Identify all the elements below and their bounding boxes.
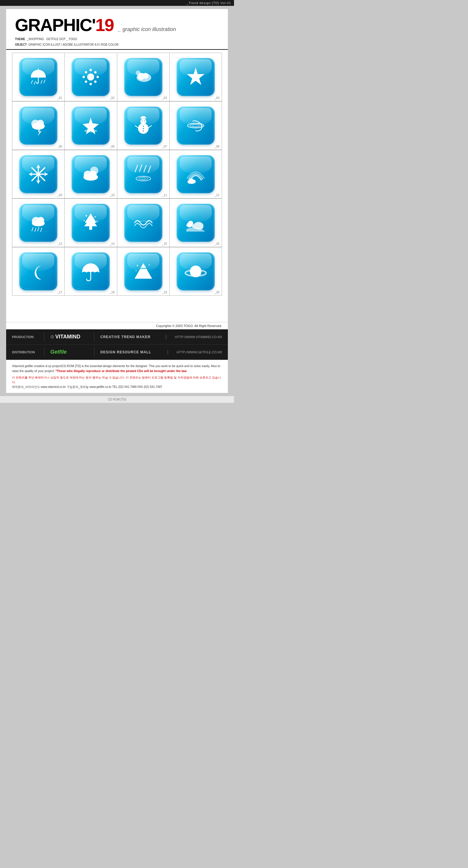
grid-row-5: _17 _18 <box>12 247 222 296</box>
production-label: PRODUCTION <box>12 335 38 339</box>
object-line: OBJECT GRAPHIC ICON ILLUST I ADOBE ILLUS… <box>15 43 219 46</box>
cell-number-01: _01 <box>57 96 62 99</box>
grid-cell-16: _16 <box>170 199 222 247</box>
ocean-wave-icon <box>177 204 215 242</box>
grid-cell-02: _02 <box>65 53 117 101</box>
rainbow-cloud-icon <box>177 155 215 193</box>
volcano-snow-icon <box>124 252 162 290</box>
production-brand: ☉ VITAMIND <box>50 334 88 340</box>
footer-korean-text: 이 컨텐츠를 무단 복제하거나 상업적 용도로 재판매 하는 등의 행위는 하실… <box>12 375 222 385</box>
ocean-wave-svg <box>184 211 207 235</box>
grid-cell-11: _11 <box>117 150 170 198</box>
svg-line-0 <box>31 81 32 84</box>
footer-divider-2 <box>94 333 95 341</box>
cloud-sun-icon <box>72 155 110 193</box>
grid-cell-07: _07 <box>117 101 170 150</box>
svg-point-8 <box>97 76 99 78</box>
water-swirl-icon <box>177 106 215 145</box>
umbrella-icon <box>72 252 110 290</box>
cell-number-04: _04 <box>214 96 220 99</box>
grid-cell-01: _01 <box>12 53 65 101</box>
svg-rect-75 <box>89 226 92 230</box>
svg-point-10 <box>94 71 97 73</box>
sun-icon <box>72 58 110 96</box>
top-bar-label: _Trend design [TD] Vol.01 <box>187 1 231 5</box>
icons-grid-section: _01 _02 <box>6 50 228 299</box>
footer-description-text: Vitamind getfile creative d-cp projectCD… <box>12 364 222 374</box>
copyright-bar: Copyrights © 2003 TOGO. All Right Reserv… <box>6 322 228 329</box>
svg-point-78 <box>83 220 85 221</box>
grid-cell-03: _03 <box>117 53 170 101</box>
svg-point-6 <box>90 83 92 85</box>
svg-point-28 <box>144 121 145 122</box>
cell-number-15: _15 <box>162 242 167 245</box>
svg-point-15 <box>143 73 148 79</box>
svg-point-32 <box>143 130 144 131</box>
footer-divider-1 <box>44 333 44 341</box>
cloud-svg <box>132 65 155 89</box>
main-container: GRAPHIC'19 _ graphic icon illustration T… <box>6 9 228 393</box>
svg-point-85 <box>148 265 150 266</box>
rain-cloud-svg <box>27 211 50 235</box>
spinning-star-svg <box>79 114 102 137</box>
svg-line-58 <box>148 166 151 173</box>
bottom-bar: CD ROM [TD] <box>0 396 234 403</box>
svg-point-23 <box>84 129 97 132</box>
cell-number-14: _14 <box>110 242 115 245</box>
star-icon <box>177 58 215 96</box>
rain-ripple-svg <box>132 162 155 186</box>
svg-line-34 <box>148 126 152 128</box>
cell-number-03: _03 <box>162 96 167 99</box>
theme-line: THEME _SHOPPING GETFILE DCP _ TOGO <box>15 37 219 41</box>
planet-saturn-icon <box>177 252 215 290</box>
copyright-text: Copyrights © 2003 TOGO. All Right Reserv… <box>156 324 222 328</box>
crescent-moon-svg <box>27 260 50 283</box>
svg-line-1 <box>34 82 35 84</box>
grid-cell-15: _15 <box>117 199 170 247</box>
snow-tree-icon <box>72 204 110 242</box>
footer-divider-4 <box>94 348 95 356</box>
pipe-2: | <box>167 349 168 355</box>
svg-point-12 <box>94 81 97 83</box>
svg-line-72 <box>41 228 42 231</box>
svg-point-11 <box>85 81 87 83</box>
svg-line-56 <box>139 165 142 171</box>
distribution-label: DISTRIBUTION <box>12 350 38 354</box>
grid-cell-04: _04 <box>170 53 222 101</box>
header-section: GRAPHIC'19 _ graphic icon illustration T… <box>6 9 228 50</box>
wave-swirl-icon <box>124 204 162 242</box>
grid-cell-12: _12 <box>170 150 222 198</box>
grid-cell-08: _08 <box>170 101 222 150</box>
crescent-moon-icon <box>19 252 57 290</box>
production-row: PRODUCTION ☉ VITAMIND CREATIVE TREND MAK… <box>6 329 228 345</box>
rainbow-svg <box>184 162 207 186</box>
svg-point-20 <box>32 123 45 130</box>
svg-line-71 <box>38 227 39 231</box>
distribution-brand: Getfile <box>50 349 88 355</box>
cell-number-07: _07 <box>162 145 167 148</box>
umbrella-rain-svg <box>27 65 50 89</box>
production-url: HTTP://WWW.VITAMIND.CO.KR <box>175 335 222 339</box>
distribution-url: HTTP://WWW.GETFILE.CO.KR <box>177 350 222 354</box>
grid-row-1: _01 _02 <box>12 53 222 101</box>
svg-point-16 <box>136 70 140 75</box>
svg-line-70 <box>35 228 36 231</box>
grid-cell-19: _19 <box>117 247 170 296</box>
thunder-cloud-icon <box>19 106 57 145</box>
svg-point-86 <box>135 270 137 271</box>
rain-ripple-icon <box>124 155 162 193</box>
svg-point-60 <box>139 177 148 180</box>
distribution-row: DISTRIBUTION Getfile DESIGN RESOURCE MAL… <box>6 345 228 360</box>
grid-cell-06: _06 <box>65 101 117 150</box>
snow-tree-svg <box>79 211 102 235</box>
svg-point-4 <box>87 73 94 81</box>
graphic-subtitle: _ graphic icon illustration <box>118 26 176 32</box>
svg-point-5 <box>90 69 92 71</box>
svg-point-54 <box>83 174 98 181</box>
rain-cloud-icon <box>19 204 57 242</box>
grid-cell-10: _10 <box>65 150 117 198</box>
umbrella-svg <box>79 260 102 283</box>
umbrella-rain-icon <box>19 58 57 96</box>
footer-info: PRODUCTION ☉ VITAMIND CREATIVE TREND MAK… <box>6 329 228 360</box>
svg-rect-25 <box>141 116 145 119</box>
